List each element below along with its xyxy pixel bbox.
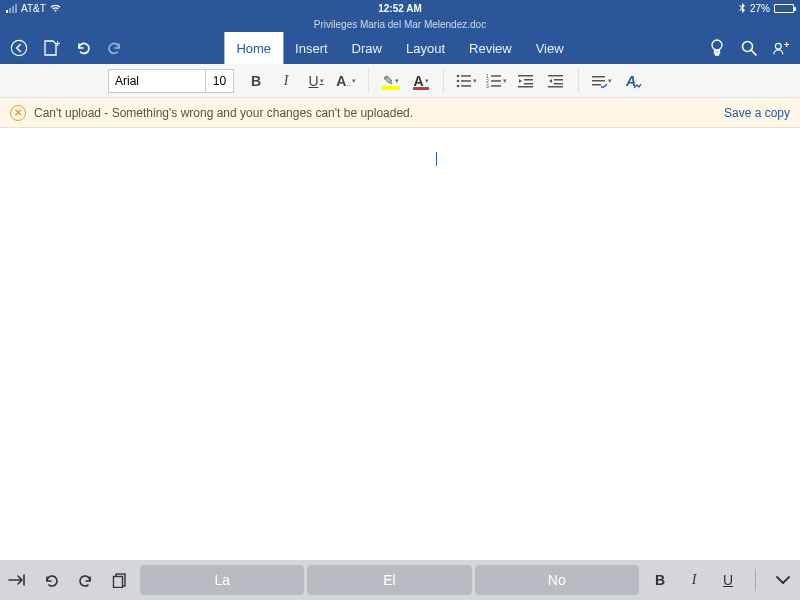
svg-rect-27	[592, 84, 601, 86]
search-button[interactable]	[740, 39, 758, 57]
tab-draw[interactable]: Draw	[340, 32, 394, 64]
tab-view[interactable]: View	[524, 32, 576, 64]
suggestion-1[interactable]: La	[140, 565, 304, 595]
kb-italic-button[interactable]: I	[683, 569, 705, 591]
kb-redo-button[interactable]	[74, 569, 96, 591]
carrier-label: AT&T	[21, 3, 46, 14]
underline-button[interactable]: U▾	[302, 68, 330, 94]
suggestion-3[interactable]: No	[475, 565, 639, 595]
home-ribbon: B I U▾ A..▾ ✎▾ A▾ ▾ 123▾	[0, 64, 800, 98]
document-canvas[interactable]	[0, 128, 800, 560]
svg-rect-14	[491, 80, 501, 82]
tab-insert[interactable]: Insert	[283, 32, 340, 64]
svg-point-7	[456, 79, 459, 82]
italic-button[interactable]: I	[272, 68, 300, 94]
redo-button[interactable]	[106, 39, 124, 57]
svg-rect-17	[518, 75, 533, 77]
warning-icon: ✕	[10, 105, 26, 121]
bold-button[interactable]: B	[242, 68, 270, 94]
bluetooth-icon	[739, 3, 746, 14]
svg-rect-29	[113, 577, 122, 588]
svg-rect-10	[461, 85, 471, 87]
share-button[interactable]: +	[772, 39, 790, 57]
font-controls	[108, 69, 234, 93]
save-copy-button[interactable]: Save a copy	[724, 106, 790, 120]
svg-rect-23	[554, 83, 563, 85]
font-name-input[interactable]	[109, 70, 205, 92]
svg-point-9	[456, 84, 459, 87]
svg-rect-20	[518, 86, 533, 88]
tab-layout[interactable]: Layout	[394, 32, 457, 64]
banner-message: Can't upload - Something's wrong and you…	[34, 106, 413, 120]
dismiss-keyboard-button[interactable]	[772, 569, 794, 591]
kb-undo-button[interactable]	[40, 569, 62, 591]
svg-text:3: 3	[486, 83, 489, 88]
svg-rect-16	[491, 85, 501, 87]
cell-signal-icon	[6, 4, 17, 13]
wifi-icon	[50, 4, 61, 13]
svg-rect-6	[461, 75, 471, 77]
ribbon-tabs: Home Insert Draw Layout Review View	[224, 32, 575, 64]
text-cursor	[436, 152, 437, 166]
tell-me-button[interactable]	[708, 39, 726, 57]
increase-indent-button[interactable]	[542, 68, 570, 94]
keyboard-accessory-bar: La El No B I U	[0, 560, 800, 600]
svg-rect-26	[592, 80, 605, 82]
back-button[interactable]	[10, 39, 28, 57]
svg-point-3	[775, 43, 781, 49]
tab-review[interactable]: Review	[457, 32, 524, 64]
document-title: Privileges Maria del Mar Melendez.doc	[0, 16, 800, 32]
tab-home[interactable]: Home	[224, 32, 283, 64]
svg-rect-18	[524, 79, 533, 81]
svg-rect-25	[592, 76, 605, 78]
svg-rect-8	[461, 80, 471, 82]
undo-button[interactable]	[74, 39, 92, 57]
kb-underline-button[interactable]: U	[717, 569, 739, 591]
svg-rect-21	[548, 75, 563, 77]
styles-button[interactable]: A	[617, 68, 645, 94]
svg-rect-22	[554, 79, 563, 81]
svg-rect-24	[548, 86, 563, 88]
decrease-indent-button[interactable]	[512, 68, 540, 94]
clipboard-button[interactable]	[108, 569, 130, 591]
kb-bold-button[interactable]: B	[649, 569, 671, 591]
page[interactable]	[0, 128, 800, 560]
highlight-button[interactable]: ✎▾	[377, 68, 405, 94]
upload-error-banner: ✕ Can't upload - Something's wrong and y…	[0, 98, 800, 128]
paragraph-format-button[interactable]: ▾	[587, 68, 615, 94]
svg-text:+: +	[784, 39, 790, 50]
file-menu-button[interactable]: +	[42, 39, 60, 57]
font-format-button[interactable]: A..▾	[332, 68, 360, 94]
tab-key-button[interactable]	[6, 569, 28, 591]
svg-point-0	[11, 40, 26, 55]
battery-icon	[774, 4, 794, 13]
font-size-input[interactable]	[205, 70, 233, 92]
bullet-list-button[interactable]: ▾	[452, 68, 480, 94]
svg-rect-19	[524, 83, 533, 85]
font-color-button[interactable]: A▾	[407, 68, 435, 94]
numbered-list-button[interactable]: 123▾	[482, 68, 510, 94]
svg-rect-12	[491, 75, 501, 77]
divider	[755, 569, 756, 591]
clock: 12:52 AM	[378, 3, 422, 14]
ios-status-bar: AT&T 12:52 AM 27%	[0, 0, 800, 16]
battery-pct: 27%	[750, 3, 770, 14]
suggestion-2[interactable]: El	[307, 565, 471, 595]
svg-text:+: +	[55, 39, 60, 49]
svg-point-5	[456, 74, 459, 77]
